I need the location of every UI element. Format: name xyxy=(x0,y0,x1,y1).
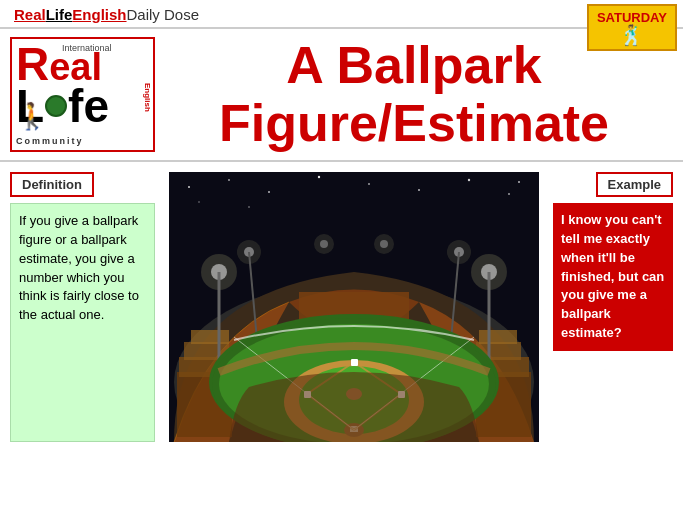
example-badge: Example xyxy=(596,172,673,197)
logo-english-vertical: English xyxy=(143,83,151,133)
logo-globe-icon xyxy=(45,95,67,117)
brand-real: Real xyxy=(14,6,46,23)
svg-point-1 xyxy=(188,186,190,188)
svg-point-5 xyxy=(368,183,370,185)
svg-point-4 xyxy=(318,176,320,178)
definition-box: If you give a ballpark figure or a ballp… xyxy=(10,203,155,442)
main-title-text: A Ballpark Figure/Estimate xyxy=(165,37,663,151)
logo-life-fe: fe xyxy=(68,83,109,129)
saturday-icon: 🕺 xyxy=(619,25,644,45)
logo-person-icon: 🚶 xyxy=(16,101,48,132)
svg-rect-20 xyxy=(479,330,517,344)
content-area: Definition If you give a ballpark figure… xyxy=(0,162,683,452)
logo-box: International Real L fe English 🚶 Commun… xyxy=(10,37,155,152)
svg-point-10 xyxy=(198,201,200,203)
title-line1: A Ballpark xyxy=(286,36,541,94)
brand-life: Life xyxy=(46,6,73,23)
logo-title-row: International Real L fe English 🚶 Commun… xyxy=(0,29,683,162)
title-line2: Figure/Estimate xyxy=(219,94,609,152)
svg-point-7 xyxy=(468,179,470,181)
center-image xyxy=(165,172,543,442)
brand-english: English xyxy=(72,6,126,23)
svg-point-8 xyxy=(508,193,510,195)
svg-point-2 xyxy=(228,179,230,181)
svg-point-11 xyxy=(248,206,250,208)
svg-rect-16 xyxy=(191,330,229,344)
saturday-label: SATURDAY xyxy=(597,10,667,25)
stadium-svg xyxy=(169,172,539,442)
logo-community: Community xyxy=(16,135,84,146)
main-title: A Ballpark Figure/Estimate xyxy=(155,37,673,151)
svg-point-3 xyxy=(268,191,270,193)
svg-point-6 xyxy=(418,189,420,191)
header-title: RealLifeEnglishDaily Dose xyxy=(14,6,199,23)
svg-point-31 xyxy=(320,240,328,248)
header-subtitle: Daily Dose xyxy=(127,6,200,23)
svg-point-33 xyxy=(380,240,388,248)
stadium-image xyxy=(169,172,539,442)
left-column: Definition If you give a ballpark figure… xyxy=(10,172,155,442)
logo-person-area: 🚶 xyxy=(16,101,48,132)
header: RealLifeEnglishDaily Dose SATURDAY 🕺 xyxy=(0,0,683,29)
saturday-badge: SATURDAY 🕺 xyxy=(587,4,677,51)
svg-rect-51 xyxy=(351,359,358,366)
example-box: I know you can't tell me exactly when it… xyxy=(553,203,673,351)
definition-badge: Definition xyxy=(10,172,94,197)
svg-point-9 xyxy=(518,181,520,183)
right-column: Example I know you can't tell me exactly… xyxy=(553,172,673,442)
